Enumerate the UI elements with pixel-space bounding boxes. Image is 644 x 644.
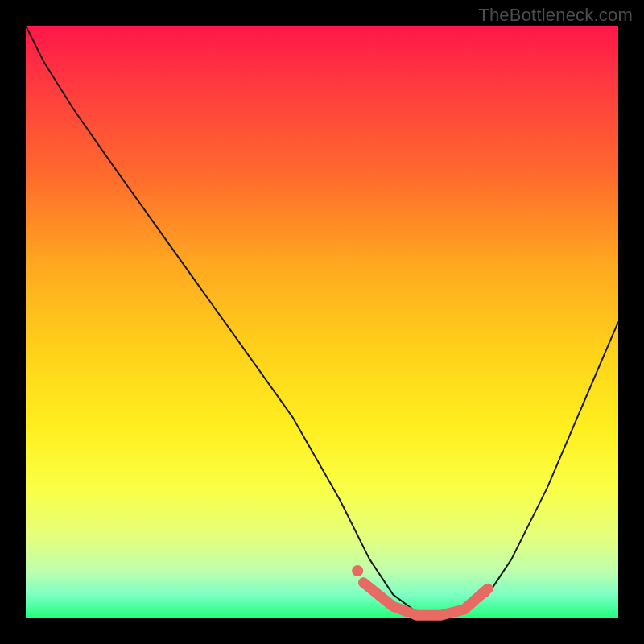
chart-frame: TheBottleneck.com — [0, 0, 644, 644]
bottleneck-curve — [26, 26, 618, 618]
optimal-range-lead-dot — [352, 565, 363, 576]
watermark-text: TheBottleneck.com — [478, 5, 633, 26]
chart-svg — [26, 26, 618, 618]
plot-area — [26, 26, 618, 618]
optimal-range-marker — [364, 583, 489, 616]
